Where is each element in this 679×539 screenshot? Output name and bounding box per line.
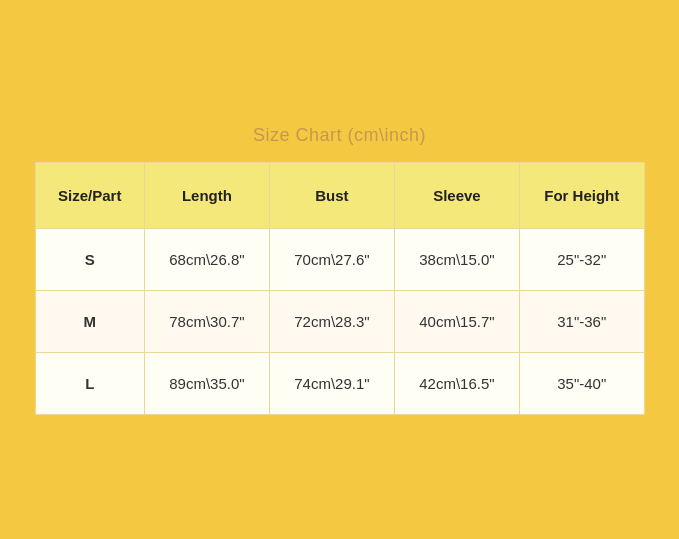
cell-height-1: 31"-36" bbox=[519, 290, 644, 352]
size-chart-container: Size Chart (cm\inch) Size/Part Length Bu… bbox=[25, 115, 655, 425]
cell-length-0: 68cm\26.8" bbox=[144, 228, 269, 290]
header-sleeve: Sleeve bbox=[394, 162, 519, 228]
cell-length-1: 78cm\30.7" bbox=[144, 290, 269, 352]
cell-bust-0: 70cm\27.6" bbox=[269, 228, 394, 290]
size-table: Size/Part Length Bust Sleeve For Height … bbox=[35, 162, 645, 415]
table-row: M78cm\30.7"72cm\28.3"40cm\15.7"31"-36" bbox=[35, 290, 644, 352]
cell-height-0: 25"-32" bbox=[519, 228, 644, 290]
cell-size-1: M bbox=[35, 290, 144, 352]
cell-size-2: L bbox=[35, 352, 144, 414]
cell-length-2: 89cm\35.0" bbox=[144, 352, 269, 414]
cell-sleeve-1: 40cm\15.7" bbox=[394, 290, 519, 352]
cell-size-0: S bbox=[35, 228, 144, 290]
header-bust: Bust bbox=[269, 162, 394, 228]
header-size: Size/Part bbox=[35, 162, 144, 228]
cell-bust-2: 74cm\29.1" bbox=[269, 352, 394, 414]
header-length: Length bbox=[144, 162, 269, 228]
cell-bust-1: 72cm\28.3" bbox=[269, 290, 394, 352]
table-row: L89cm\35.0"74cm\29.1"42cm\16.5"35"-40" bbox=[35, 352, 644, 414]
table-header-row: Size/Part Length Bust Sleeve For Height bbox=[35, 162, 644, 228]
cell-sleeve-2: 42cm\16.5" bbox=[394, 352, 519, 414]
cell-sleeve-0: 38cm\15.0" bbox=[394, 228, 519, 290]
chart-title: Size Chart (cm\inch) bbox=[35, 125, 645, 146]
cell-height-2: 35"-40" bbox=[519, 352, 644, 414]
header-height: For Height bbox=[519, 162, 644, 228]
table-row: S68cm\26.8"70cm\27.6"38cm\15.0"25"-32" bbox=[35, 228, 644, 290]
